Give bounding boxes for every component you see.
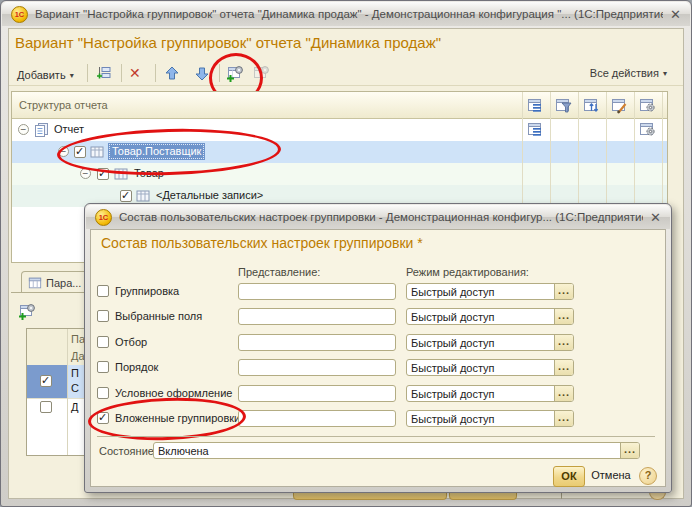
add-settings-icon [225, 64, 244, 83]
setting-label: Условное оформление [115, 387, 232, 399]
1c-logo-icon: 1С [95, 209, 112, 226]
edit-user-setting-button[interactable] [251, 62, 270, 84]
param-checkbox[interactable] [40, 375, 52, 387]
state-input[interactable]: Включена... [153, 442, 640, 459]
add-user-setting-button[interactable] [225, 62, 244, 84]
toolbar-separator [121, 64, 122, 82]
grid-line [67, 329, 68, 455]
ellipsis-button[interactable]: ... [554, 386, 573, 401]
param-cell: Д [71, 401, 78, 413]
row-checkbox[interactable] [74, 146, 86, 158]
arrow-down-icon [193, 65, 211, 82]
edit-mode-select[interactable]: Быстрый доступ... [406, 385, 574, 402]
add-settings-icon [17, 302, 36, 321]
state-label: Состояние: [99, 445, 157, 457]
arrow-up-icon [163, 65, 181, 82]
chevron-down-icon: ▾ [663, 69, 667, 78]
toolbar-separator [155, 64, 156, 82]
add-parameter-setting-button[interactable] [17, 302, 36, 321]
column-selected-fields-icon[interactable] [527, 97, 544, 114]
column-settings-icon[interactable] [639, 97, 656, 114]
setting-row: Выбранные поля Быстрый доступ... [91, 308, 665, 326]
close-icon[interactable]: ✕ [670, 8, 681, 21]
setting-row: Отбор Быстрый доступ... [91, 334, 665, 352]
setting-checkbox[interactable] [97, 310, 109, 322]
column-label-edit-mode: Режим редактирования: [406, 266, 529, 278]
ok-button[interactable]: ОК [553, 466, 585, 487]
column-filter-icon[interactable] [555, 97, 572, 114]
column-label-presentation: Представление: [238, 266, 320, 278]
edit-mode-select[interactable]: Быстрый доступ... [406, 359, 574, 376]
add-group-level-button[interactable] [95, 62, 113, 84]
tree-row[interactable]: − Товар [12, 163, 667, 185]
settings-icon [251, 64, 270, 83]
settings-dialog: 1С Состав пользовательских настроек груп… [84, 203, 672, 493]
row-fields-icon [527, 121, 544, 138]
tree-header-label: Структура отчета [19, 99, 108, 111]
param-checkbox[interactable] [40, 401, 52, 413]
tree-row[interactable]: − Отчет [12, 119, 667, 141]
ellipsis-button[interactable]: ... [620, 443, 639, 458]
setting-row: Условное оформление Быстрый доступ... [91, 385, 665, 403]
close-icon[interactable]: ✕ [650, 211, 661, 224]
grouping-icon [90, 146, 104, 158]
dialog-content: Состав пользовательских настроек группир… [90, 229, 666, 487]
tree-row-label: <Детальные записи> [156, 189, 263, 201]
column-order-icon[interactable] [583, 97, 600, 114]
add-button[interactable]: Добавить▾ [13, 62, 78, 88]
help-button[interactable]: ? [639, 467, 657, 485]
delete-icon: ✕ [129, 65, 141, 81]
setting-label: Выбранные поля [115, 310, 202, 322]
ellipsis-button[interactable]: ... [554, 309, 573, 324]
setting-label: Отбор [115, 336, 147, 348]
presentation-input[interactable] [238, 385, 396, 402]
collapse-icon[interactable]: − [18, 124, 29, 135]
presentation-input[interactable] [238, 359, 396, 376]
setting-label: Группировка [115, 285, 179, 297]
setting-checkbox[interactable] [97, 361, 109, 373]
move-up-button[interactable] [163, 62, 181, 84]
toolbar: Добавить▾ ✕ [9, 61, 683, 86]
page-title: Вариант "Настройка группировок" отчета "… [15, 34, 441, 51]
tab-label: Пара... [46, 277, 81, 289]
tree-row-label: Отчет [54, 123, 84, 135]
collapse-icon[interactable]: − [80, 168, 91, 179]
edit-mode-select[interactable]: Быстрый доступ... [406, 308, 574, 325]
setting-checkbox[interactable] [97, 387, 109, 399]
edit-mode-select[interactable]: Быстрый доступ... [406, 283, 574, 300]
tree-row-label: Товар.Поставщик [108, 143, 205, 160]
grouping-icon [136, 190, 150, 202]
dialog-title: Состав пользовательских настроек группир… [119, 211, 643, 223]
collapse-icon[interactable]: − [58, 146, 69, 157]
ellipsis-button[interactable]: ... [554, 335, 573, 350]
cancel-button[interactable]: Отмена [588, 466, 634, 485]
tree-row-selected[interactable]: − Товар.Поставщик [12, 141, 667, 163]
column-appearance-icon[interactable] [611, 97, 628, 114]
edit-mode-select[interactable]: Быстрый доступ... [406, 334, 574, 351]
grouping-icon [114, 168, 128, 180]
1c-logo-icon: 1С [11, 6, 28, 23]
parameters-icon [28, 276, 42, 290]
all-actions-button[interactable]: Все действия▾ [590, 67, 667, 79]
param-cell: П [71, 367, 79, 379]
presentation-input[interactable] [238, 308, 396, 325]
presentation-input[interactable] [238, 334, 396, 351]
presentation-input[interactable] [238, 283, 396, 300]
toolbar-separator [87, 64, 88, 82]
setting-checkbox[interactable] [97, 285, 109, 297]
setting-label: Вложенные группировки [115, 412, 240, 424]
setting-checkbox[interactable] [97, 336, 109, 348]
edit-mode-select[interactable]: Быстрый доступ... [406, 410, 574, 427]
hierarchy-icon [95, 64, 113, 82]
report-icon [34, 122, 50, 138]
move-down-button[interactable] [193, 62, 211, 84]
delete-button[interactable]: ✕ [129, 62, 141, 84]
ellipsis-button[interactable]: ... [554, 360, 573, 375]
tree-header: Структура отчета [12, 92, 667, 119]
row-checkbox[interactable] [97, 168, 109, 180]
ellipsis-button[interactable]: ... [554, 284, 573, 299]
row-checkbox[interactable] [120, 190, 132, 202]
presentation-input[interactable] [238, 410, 396, 427]
ellipsis-button[interactable]: ... [554, 411, 573, 426]
setting-checkbox[interactable] [97, 412, 109, 424]
